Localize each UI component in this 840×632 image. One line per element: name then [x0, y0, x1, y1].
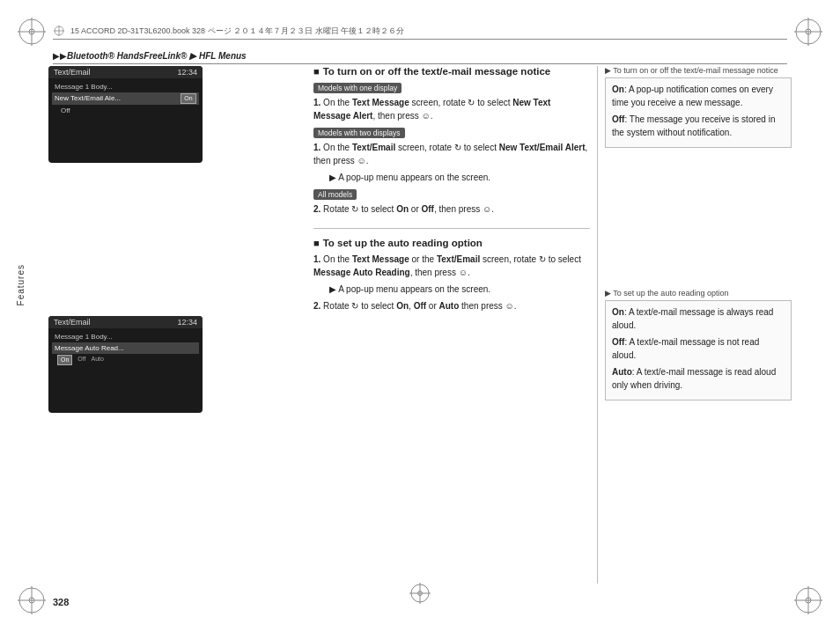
upper-heading: To turn on or off the text/e-mail messag…: [313, 66, 590, 77]
right-upper-off: Off: The message you receive is stored i…: [612, 113, 785, 139]
right-column: ▶ To turn on or off the text/e-mail mess…: [598, 66, 792, 584]
breadcrumb: ▶▶Bluetooth® HandsFreeLink® ▶ HFL Menus: [53, 51, 247, 61]
upper-instructions: To turn on or off the text/e-mail messag…: [313, 66, 590, 216]
auto-step1: 1. On the Text Message or the Text/Email…: [313, 253, 590, 279]
screen-body-1: Message 1 Body... New Text/Email Ale... …: [48, 78, 203, 119]
right-upper-info: ▶ To turn on or off the text/e-mail mess…: [605, 66, 792, 148]
corner-tr: [792, 16, 824, 48]
screen-menu-item2: Message 1 Body...: [52, 331, 199, 342]
right-upper-title: ▶ To turn on or off the text/e-mail mess…: [605, 66, 792, 75]
right-lower-auto: Auto: A text/e-mail message is read alou…: [612, 365, 785, 392]
screen-time-1: 12:34: [177, 68, 197, 77]
corner-br: [792, 584, 824, 616]
section-divider: [313, 228, 590, 229]
left-column: Text/Email 12:34 Message 1 Body... New T…: [48, 66, 299, 584]
corner-bl: [16, 584, 48, 616]
left-spacer: [299, 66, 306, 584]
badge-two-displays: Models with two displays: [313, 128, 405, 138]
right-lower-title: ▶ To set up the auto reading option: [605, 289, 792, 298]
step1-popup-note: ▶ A pop-up menu appears on the screen.: [313, 171, 590, 184]
right-lower-info: ▶ To set up the auto reading option On: …: [605, 289, 792, 401]
auto-step2: 2. Rotate ↻ to select On, Off or Auto th…: [313, 299, 590, 312]
file-info-bar: 15 ACCORD 2D-31T3L6200.book 328 ページ ２０１４…: [53, 25, 787, 40]
screen-header-1: Text/Email 12:34: [48, 66, 203, 78]
screen-header-2: Text/Email 12:34: [48, 316, 203, 328]
right-lower-off: Off: A text/e-mail message is not read a…: [612, 335, 785, 362]
sidebar-label: Features: [16, 264, 26, 305]
right-upper-on: On: A pop-up notification comes on every…: [612, 83, 785, 109]
step1-two-display: 1. On the Text/Email screen, rotate ↻ to…: [313, 141, 590, 167]
right-lower-on: On: A text/e-mail message is always read…: [612, 305, 785, 332]
mid-column: To turn on or off the text/e-mail messag…: [306, 66, 597, 584]
main-content: Text/Email 12:34 Message 1 Body... New T…: [48, 66, 792, 584]
screen-menu-selected: New Text/Email Ale... On: [52, 92, 199, 105]
right-lower-box: On: A text/e-mail message is always read…: [605, 300, 792, 401]
right-upper-box: On: A pop-up notification comes on every…: [605, 77, 792, 148]
badge-all-models: All models: [313, 189, 357, 200]
screen-off-item: Off: [52, 105, 199, 116]
auto-step1-popup: ▶ A pop-up menu appears on the screen.: [313, 283, 590, 296]
header: ▶▶Bluetooth® HandsFreeLink® ▶ HFL Menus: [53, 51, 787, 64]
screen-menu-selected2: Message Auto Read...: [52, 342, 199, 354]
screen-time-2: 12:34: [177, 318, 197, 327]
file-info-text: 15 ACCORD 2D-31T3L6200.book 328 ページ ２０１４…: [70, 26, 404, 37]
bottom-crosshair: [408, 581, 432, 607]
lower-heading: To set up the auto reading option: [313, 238, 590, 248]
screen-mockup-1: Text/Email 12:34 Message 1 Body... New T…: [48, 66, 203, 163]
screen-title-2: Text/Email: [54, 318, 91, 327]
page-number: 328: [53, 597, 69, 607]
screen-body-2: Message 1 Body... Message Auto Read... O…: [48, 328, 203, 369]
screen-title-1: Text/Email: [54, 68, 91, 77]
corner-tl: [16, 16, 48, 48]
screen-submenu: On Off Auto: [52, 354, 199, 366]
screen-mockup-2: Text/Email 12:34 Message 1 Body... Messa…: [48, 316, 203, 413]
step2-all-models: 2. Rotate ↻ to select On or Off, then pr…: [313, 202, 590, 216]
step1-one-display: 1. On the Text Message screen, rotate ↻ …: [313, 96, 590, 122]
screen-menu-item: Message 1 Body...: [52, 81, 199, 92]
lower-instructions: To set up the auto reading option 1. On …: [313, 238, 590, 312]
badge-one-display: Models with one display: [313, 83, 402, 93]
